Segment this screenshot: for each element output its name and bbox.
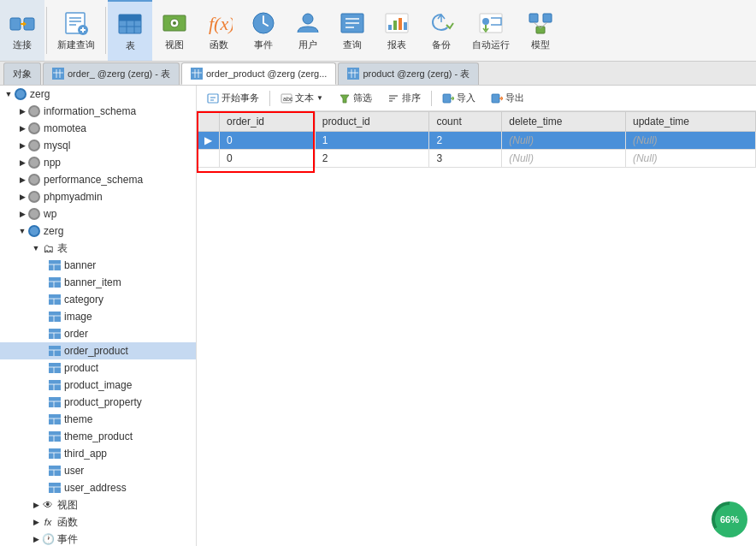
sidebar-item-theme-product[interactable]: theme_product [0, 428, 196, 445]
sidebar-label-product-image: product_image [64, 379, 132, 391]
sidebar-item-folder-views[interactable]: ▶ 👁 视图 [0, 496, 196, 513]
cell-count[interactable]: 2 [429, 132, 502, 150]
sidebar-item-banner-item[interactable]: banner_item [0, 274, 196, 291]
cell-count[interactable]: 3 [429, 150, 502, 168]
tab-order-icon [52, 68, 64, 80]
sidebar-item-product-property[interactable]: product_property [0, 394, 196, 411]
sidebar-label-momotea: momotea [44, 122, 86, 134]
svg-rect-103 [443, 94, 451, 103]
cell-product-id[interactable]: 1 [315, 132, 429, 150]
sidebar-item-zerg-root[interactable]: ▼ zerg [0, 86, 196, 103]
th-product-id[interactable]: product_id [315, 112, 429, 132]
sidebar-item-banner[interactable]: banner [0, 257, 196, 274]
user-icon [294, 9, 322, 37]
sidebar-item-momotea[interactable]: ▶ momotea [0, 120, 196, 137]
sidebar-item-user[interactable]: user [0, 462, 196, 479]
arrow-icon: ▶ [17, 157, 27, 168]
sidebar-item-order-product[interactable]: order_product [0, 342, 196, 359]
tab-order-product[interactable]: order_product @zerg (zerg... [181, 62, 336, 85]
sidebar-item-image[interactable]: image [0, 308, 196, 325]
export-label: 导出 [505, 92, 524, 104]
cell-update-time[interactable]: (Null) [625, 132, 755, 150]
view-btn[interactable]: 视图 [152, 0, 197, 61]
arrow-icon: ▼ [17, 226, 27, 236]
user-btn[interactable]: 用户 [286, 0, 330, 61]
cell-order-id[interactable]: 0 [220, 132, 316, 150]
sidebar-item-category[interactable]: category [0, 291, 196, 308]
text-dropdown-icon[interactable]: ▼ [316, 94, 323, 102]
progress-circle: 66% [712, 501, 747, 537]
autorun-icon [477, 9, 505, 37]
svg-rect-44 [192, 69, 202, 78]
sidebar-item-product-image[interactable]: product_image [0, 377, 196, 394]
svg-rect-40 [53, 69, 63, 78]
new-query-btn[interactable]: 新建查询 [49, 0, 103, 61]
query-icon [339, 9, 366, 37]
tab-object-label: 对象 [13, 68, 32, 80]
sidebar-item-user-address[interactable]: user_address [0, 479, 196, 496]
tab-order[interactable]: order_ @zerg (zerg) - 表 [43, 62, 180, 85]
th-update-time[interactable]: update_time [625, 112, 755, 132]
sidebar-item-folder-events[interactable]: ▶ 🕐 事件 [0, 531, 196, 546]
table-icon-sidebar [48, 293, 62, 306]
sidebar-item-npp[interactable]: ▶ npp [0, 154, 196, 171]
svg-rect-58 [49, 294, 61, 305]
sort-btn[interactable]: 排序 [381, 88, 428, 109]
sidebar-item-order[interactable]: order [0, 325, 196, 342]
tab-product[interactable]: product @zerg (zerg) - 表 [338, 62, 479, 85]
backup-icon [428, 9, 455, 37]
sidebar-item-mysql[interactable]: ▶ mysql [0, 137, 196, 154]
svg-rect-88 [49, 466, 61, 476]
db-icon [27, 104, 41, 118]
tab-order-product-icon [191, 68, 203, 80]
sidebar-item-wp[interactable]: ▶ wp [0, 205, 196, 223]
db-icon [27, 156, 41, 169]
table-btn[interactable]: 表 [108, 0, 152, 61]
table-row[interactable]: 0 2 3 (Null) (Null) [198, 150, 756, 168]
report-btn[interactable]: 报表 [375, 0, 419, 61]
model-btn[interactable]: 模型 [518, 0, 563, 61]
sidebar-item-zerg[interactable]: ▼ zerg [0, 223, 196, 240]
cell-delete-time[interactable]: (Null) [502, 132, 626, 150]
sidebar-item-product[interactable]: product [0, 359, 196, 377]
export-btn[interactable]: 导出 [484, 88, 531, 109]
sort-label: 排序 [402, 92, 421, 104]
tab-object[interactable]: 对象 [3, 62, 41, 85]
table-row[interactable]: ▶ 0 1 2 (Null) (Null) [198, 132, 756, 150]
begin-transaction-btn[interactable]: 开始事务 [200, 88, 266, 109]
arrow-icon: ▼ [3, 89, 14, 99]
query-btn[interactable]: 查询 [330, 0, 375, 61]
sidebar-label-zerg: zerg [44, 225, 63, 237]
cell-product-id[interactable]: 2 [315, 150, 429, 168]
tab-product-label: product @zerg (zerg) - 表 [363, 68, 470, 80]
sidebar-item-performance-schema[interactable]: ▶ performance_schema [0, 171, 196, 188]
sidebar-label-wp: wp [44, 208, 56, 220]
th-count[interactable]: count [429, 112, 502, 132]
th-order-id[interactable]: order_id [220, 112, 316, 132]
sidebar-item-phpmyadmin[interactable]: ▶ phpmyadmin [0, 188, 196, 205]
sidebar-item-information-schema[interactable]: ▶ information_schema [0, 103, 196, 120]
cell-delete-time[interactable]: (Null) [502, 150, 626, 168]
connect-btn[interactable]: 连接 [0, 0, 44, 61]
function-btn[interactable]: f(x) 函数 [197, 0, 241, 61]
sidebar-item-folder-functions[interactable]: ▶ fx 函数 [0, 513, 196, 531]
import-btn[interactable]: 导入 [435, 88, 482, 109]
cell-update-time[interactable]: (Null) [625, 150, 755, 168]
function-label: 函数 [210, 39, 228, 51]
db-icon [27, 139, 41, 152]
transaction-icon [207, 92, 219, 104]
sidebar-item-folder-tables[interactable]: ▼ 🗂 表 [0, 240, 196, 257]
sidebar-label-folder-functions: 函数 [57, 515, 78, 530]
table-icon-sidebar [48, 412, 62, 426]
backup-btn[interactable]: 备份 [419, 0, 464, 61]
sidebar-item-theme[interactable]: theme [0, 411, 196, 428]
svg-rect-29 [393, 21, 397, 30]
sidebar-item-third-app[interactable]: third_app [0, 445, 196, 462]
text-btn[interactable]: abc 文本 ▼ [274, 88, 330, 109]
event-btn[interactable]: 事件 [241, 0, 286, 61]
th-delete-time[interactable]: delete_time [502, 112, 626, 132]
arrow-icon: ▼ [31, 243, 41, 253]
cell-order-id[interactable]: 0 [220, 150, 316, 168]
filter-btn[interactable]: 筛选 [332, 88, 379, 109]
autorun-btn[interactable]: 自动运行 [464, 0, 518, 61]
